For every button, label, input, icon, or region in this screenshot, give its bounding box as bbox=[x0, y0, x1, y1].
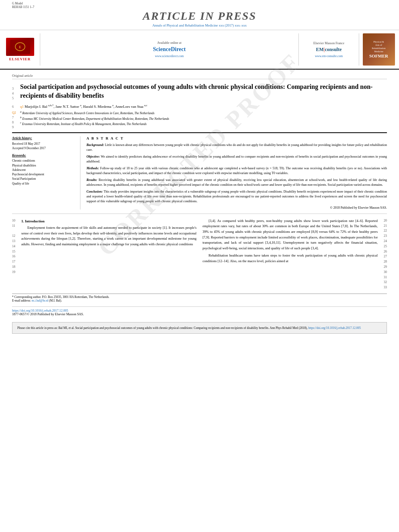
affiliations-area: Q2 7 8 9 a Rotterdam University of Appli… bbox=[12, 110, 387, 130]
history-header: Article history: bbox=[12, 136, 80, 140]
available-text: Available online at bbox=[157, 41, 181, 45]
abstract-methods: Methods: Follow-up study of 18 to 25 yea… bbox=[86, 166, 387, 176]
line-numbers-left: 3 4 5 bbox=[12, 81, 20, 104]
email-suffix: (M.I. Bal). bbox=[49, 299, 62, 302]
footer-doi: https://doi.org/10.1016/j.rehab.2017.12.… bbox=[12, 306, 387, 316]
svg-text:E: E bbox=[19, 45, 21, 49]
em-url[interactable]: www.em-consulte.com bbox=[315, 54, 343, 58]
conclusion-label: Conclusion: bbox=[86, 190, 103, 193]
em-consulte-logo: EM|consulte bbox=[316, 47, 342, 53]
methods-label: Methods: bbox=[86, 166, 99, 170]
elsevier-wordmark: ELSEVIER bbox=[9, 57, 31, 61]
affiliations-list: a Rotterdam University of Applied Scienc… bbox=[20, 110, 387, 126]
accepted-date: Accepted 9 December 2017 bbox=[12, 146, 80, 150]
corresponding-author: * Corresponding author. P.O. Box 25035, … bbox=[12, 294, 387, 302]
journal-name: Annals of Physical and Rehabilitation Me… bbox=[0, 23, 399, 27]
elsevier-logo-box: E bbox=[6, 38, 34, 56]
article-in-press-title: ARTICLE IN PRESS bbox=[0, 10, 399, 23]
keywords-header: Keywords: bbox=[12, 154, 80, 157]
abstract-conclusion: Conclusion: This study provides importan… bbox=[86, 189, 387, 204]
copyright: © 2018 Published by Elsevier Masson SAS. bbox=[86, 206, 387, 210]
abstract-background: Background: Little is known about any di… bbox=[86, 143, 387, 152]
objective-text: We aimed to identify predictors during a… bbox=[86, 155, 387, 163]
article-type: Original article bbox=[12, 74, 387, 79]
sofmer-logo: Physical &Arts ofRehabilitationMedicine … bbox=[359, 33, 395, 66]
sciencedirect-url[interactable]: www.sciencedirect.com bbox=[155, 54, 184, 58]
results-text: Receiving disability benefits in young a… bbox=[86, 178, 387, 187]
g-model-text: G Model REHAB 1151 1–7 bbox=[0, 2, 399, 9]
intro-title: 1. Introduction bbox=[21, 218, 197, 224]
elsevier-logo: E ELSEVIER bbox=[4, 33, 40, 66]
header-right: Elsevier Masson France EM|consulte www.e… bbox=[298, 33, 355, 66]
received-date: Received 18 May 2017 bbox=[12, 142, 80, 146]
elsevier-masson-text: Elsevier Masson France bbox=[313, 41, 344, 45]
abstract-results: Results: Receiving disability benefits i… bbox=[86, 178, 387, 187]
keyword-2: Physical disabilities bbox=[12, 163, 80, 168]
citation-box: Please cite this article in press as: Ba… bbox=[12, 322, 387, 334]
sciencedirect-link[interactable]: ScienceDirect bbox=[153, 46, 185, 53]
article-info-col: Article history: Received 18 May 2017 Ac… bbox=[12, 136, 80, 210]
abstract-header: A B S T R A C T bbox=[86, 136, 387, 140]
page: CORRECTED PROOF G Model REHAB 1151 1–7 A… bbox=[0, 0, 399, 532]
doi-link[interactable]: https://doi.org/10.1016/j.rehab.2017.12.… bbox=[12, 309, 68, 312]
abstract-col: A B S T R A C T Background: Little is kn… bbox=[86, 136, 387, 210]
top-banner: G Model REHAB 1151 1–7 ARTICLE IN PRESS … bbox=[0, 0, 399, 30]
keyword-6: Quality of life bbox=[12, 181, 80, 186]
email-link[interactable]: m.i.bal@hr.nl bbox=[32, 299, 48, 302]
title-content: Social participation and psychosocial ou… bbox=[20, 81, 387, 104]
introduction-section: 10 11 12 13 14 15 16 17 18 19 bbox=[12, 214, 387, 290]
corresponding-note: * Corresponding author. P.O. Box 25035, … bbox=[12, 295, 109, 299]
main-content: Original article 3 4 5 Social participat… bbox=[0, 70, 399, 338]
intro-para1: Employment fosters the acquirement of li… bbox=[21, 225, 197, 247]
methods-text: Follow-up study of 18 to 25 year olds wi… bbox=[86, 166, 387, 175]
email-label: E-mail address: bbox=[12, 299, 31, 302]
keyword-5: Social Participation bbox=[12, 177, 80, 181]
background-text: Little is known about any differences be… bbox=[86, 143, 387, 152]
authors-area: 6 q1 Marjolijn I. Bal a,b,*, Jane N.T. S… bbox=[12, 104, 387, 110]
body-left-col: 10 11 12 13 14 15 16 17 18 19 bbox=[12, 218, 197, 290]
header-section: E ELSEVIER Available online at ScienceDi… bbox=[0, 30, 399, 70]
sofmer-text: SOFMER bbox=[369, 53, 388, 58]
title-area: 3 4 5 Social participation and psychosoc… bbox=[12, 81, 387, 104]
keyword-3: Adolescent bbox=[12, 168, 80, 172]
paper-title: Social participation and psychosocial ou… bbox=[20, 82, 387, 101]
affiliations-content: a Rotterdam University of Applied Scienc… bbox=[20, 110, 387, 130]
citation-text: Please cite this article in press as: Ba… bbox=[17, 326, 308, 330]
keyword-4: Psychosocial development bbox=[12, 172, 80, 177]
intro-para3: Rehabilitation healthcare teams have tak… bbox=[203, 253, 378, 264]
header-middle: Available online at ScienceDirect www.sc… bbox=[44, 33, 294, 66]
background-label: Background: bbox=[86, 143, 104, 147]
keyword-1: Chronic conditions bbox=[12, 158, 80, 163]
line-numbers-affil: Q2 7 8 9 bbox=[12, 110, 20, 130]
results-label: Results: bbox=[86, 178, 97, 182]
authors-list: q1 Marjolijn I. Bal a,b,*, Jane N.T. Sat… bbox=[20, 104, 387, 109]
objective-label: Objective: bbox=[86, 155, 100, 158]
intro-para2: [3,4]. As compared with healthy peers, n… bbox=[203, 218, 378, 251]
conclusion-text: This study provides important insights i… bbox=[86, 190, 387, 203]
body-right-col: [3,4]. As compared with healthy peers, n… bbox=[203, 218, 387, 290]
citation-link[interactable]: https://doi.org/10.1016/j.rehab.2017.12.… bbox=[308, 326, 361, 330]
article-info-abstract: Article history: Received 18 May 2017 Ac… bbox=[12, 132, 387, 210]
abstract-objective: Objective: We aimed to identify predicto… bbox=[86, 154, 387, 164]
authors-content: q1 Marjolijn I. Bal a,b,*, Jane N.T. Sat… bbox=[20, 104, 387, 110]
body-two-col: 10 11 12 13 14 15 16 17 18 19 bbox=[12, 218, 387, 290]
issn-text: 1877-0657/© 2018 Published by Elsevier M… bbox=[12, 312, 84, 316]
author-q1: q1 bbox=[20, 105, 24, 109]
line-numbers-authors: 6 bbox=[12, 104, 20, 110]
sofmer-box: Physical &Arts ofRehabilitationMedicine … bbox=[363, 33, 395, 66]
